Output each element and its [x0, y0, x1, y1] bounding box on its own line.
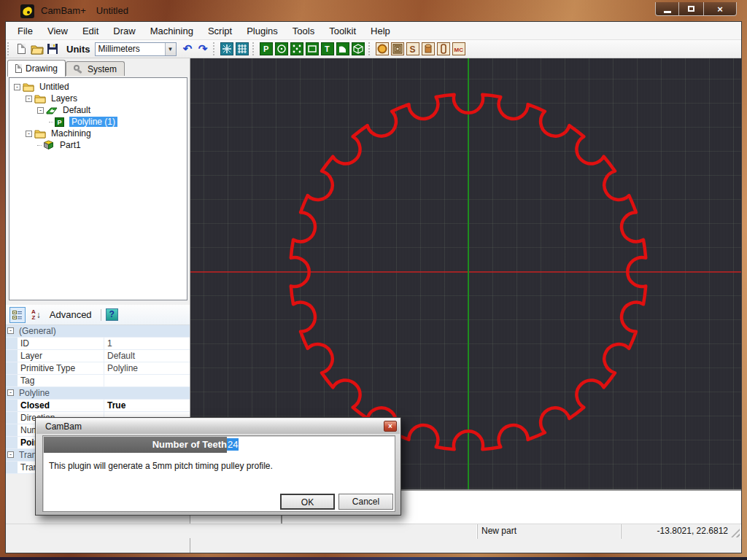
close-icon: ×	[717, 4, 723, 15]
minimize-button[interactable]	[655, 2, 679, 16]
category-expander[interactable]: -	[7, 389, 14, 396]
tree-item-label[interactable]: Part1	[58, 140, 83, 150]
menu-help[interactable]: Help	[363, 22, 398, 40]
menu-view[interactable]: View	[40, 22, 75, 40]
machine-pocket-button[interactable]	[391, 42, 405, 56]
draw-polyline-button[interactable]: P	[260, 42, 274, 56]
tree-expander[interactable]: -	[37, 107, 44, 114]
tree-item-layers[interactable]: -Layers	[9, 93, 187, 104]
machine-mc-button[interactable]: MC	[452, 42, 466, 56]
menu-machining[interactable]: Machining	[143, 22, 201, 40]
toggle-grid-button[interactable]	[236, 42, 249, 56]
property-row[interactable]: LayerDefault	[6, 350, 190, 362]
tree-item-untitled[interactable]: -Untitled	[9, 81, 187, 93]
open-file-button[interactable]	[30, 42, 44, 56]
machine-drill-button[interactable]	[422, 42, 436, 56]
machine-engrave-button[interactable]: S	[406, 42, 420, 56]
tree-item-label[interactable]: Polyline (1)	[69, 117, 117, 127]
tab-strip: Drawing System	[6, 58, 125, 76]
draw-text-button[interactable]: T	[321, 42, 335, 56]
category-expander[interactable]: -	[7, 451, 14, 458]
property-row[interactable]: Primitive TypePolyline	[6, 362, 190, 375]
tree-item-label[interactable]: Untitled	[37, 82, 71, 92]
alphabetical-sort-button[interactable]: AZ↓	[30, 307, 42, 323]
menu-bar: FileViewEditDrawMachiningScriptPluginsTo…	[6, 22, 741, 40]
category-expander[interactable]: -	[7, 327, 14, 334]
drawing-tree[interactable]: -Untitled-Layers-DefaultPPolyline (1)-Ma…	[9, 77, 187, 300]
toolbar-group-view	[219, 42, 251, 56]
close-button[interactable]: ×	[703, 2, 737, 16]
ok-button[interactable]: OK	[280, 494, 335, 510]
menu-file[interactable]: File	[10, 22, 40, 40]
property-category[interactable]: -Polyline	[6, 387, 190, 400]
menu-tools[interactable]: Tools	[285, 22, 322, 40]
toolbar-group-draw: PT	[258, 42, 367, 56]
wrench-icon	[74, 65, 84, 74]
svg-text:P: P	[263, 44, 268, 53]
folder-icon	[34, 93, 46, 104]
folder-icon	[34, 128, 46, 139]
cursor-coordinates: -13.8021, 22.6812	[657, 526, 728, 536]
property-row[interactable]: ClosedTrue	[6, 400, 190, 412]
property-row[interactable]: ID1	[6, 338, 190, 350]
menu-draw[interactable]: Draw	[106, 22, 142, 40]
draw-solid-button[interactable]	[352, 42, 365, 56]
undo-button[interactable]: ↶	[181, 42, 195, 56]
draw-points-button[interactable]	[290, 42, 304, 56]
polyline-icon: P	[55, 117, 66, 127]
tree-expander[interactable]: -	[14, 84, 20, 90]
tree-item-polyline-1-[interactable]: PPolyline (1)	[9, 116, 187, 128]
cancel-button[interactable]: Cancel	[338, 494, 393, 510]
property-row[interactable]: Tag	[6, 375, 190, 387]
tree-expander[interactable]: -	[26, 131, 32, 137]
draw-rectangle-button[interactable]	[306, 42, 320, 56]
new-file-button[interactable]	[15, 42, 28, 56]
units-value: Millimeters	[98, 44, 140, 54]
draw-surface-button[interactable]	[336, 42, 350, 56]
toolbar-drag-handle[interactable]	[213, 42, 217, 55]
az-sort-icon: AZ	[31, 309, 36, 321]
menu-toolkit[interactable]: Toolkit	[322, 22, 363, 40]
tree-item-default[interactable]: -Default	[9, 104, 187, 116]
property-category[interactable]: -(General)	[6, 325, 190, 338]
resize-grip[interactable]	[731, 529, 740, 537]
dialog-message: This plugin will generate a 5mm pitch ti…	[49, 461, 273, 471]
part-icon	[43, 140, 55, 150]
tab-drawing[interactable]: Drawing	[7, 60, 66, 77]
toolbar-group-file	[13, 42, 61, 56]
menu-script[interactable]: Script	[201, 22, 239, 40]
toolbar-drag-handle[interactable]	[368, 42, 373, 55]
teeth-input[interactable]: 24	[227, 437, 394, 453]
menu-edit[interactable]: Edit	[75, 22, 106, 40]
tree-expander[interactable]: -	[26, 96, 32, 102]
toggle-axes-button[interactable]	[220, 42, 234, 56]
svg-text:T: T	[325, 44, 330, 53]
dialog-title-bar[interactable]: CamBam	[36, 419, 400, 434]
tree-item-label[interactable]: Default	[61, 105, 93, 115]
units-dropdown[interactable]: Millimeters ▼	[95, 42, 177, 56]
toolbar-drag-handle[interactable]	[252, 42, 257, 55]
folder-icon	[23, 82, 34, 92]
categorized-view-button[interactable]	[9, 307, 26, 323]
tree-item-machining[interactable]: -Machining	[9, 128, 187, 139]
redo-button[interactable]: ↷	[196, 42, 210, 56]
toolbar-drag-handle[interactable]	[7, 42, 12, 55]
save-file-button[interactable]	[45, 42, 59, 56]
teeth-field-label: Number of Teeth	[44, 437, 227, 453]
tree-item-label[interactable]: Machining	[49, 128, 93, 139]
menu-plugins[interactable]: Plugins	[239, 22, 285, 40]
dialog-close-button[interactable]: ×	[384, 421, 397, 432]
draw-circle-button[interactable]	[275, 42, 289, 56]
advanced-button[interactable]: Advanced	[50, 309, 92, 320]
tree-item-part1[interactable]: Part1	[9, 139, 187, 151]
maximize-button[interactable]	[679, 2, 703, 16]
chevron-down-icon[interactable]: ▼	[165, 43, 176, 55]
machine-profile-button[interactable]	[437, 42, 451, 56]
machine-circle-button[interactable]	[376, 42, 390, 56]
tab-system[interactable]: System	[66, 61, 125, 76]
title-bar[interactable]: CamBam+Untitled ×	[0, 0, 747, 22]
tree-item-label[interactable]: Layers	[49, 93, 80, 104]
document-name: Untitled	[96, 5, 128, 16]
help-button[interactable]: ?	[106, 308, 118, 321]
status-part-label: New part	[478, 524, 622, 539]
